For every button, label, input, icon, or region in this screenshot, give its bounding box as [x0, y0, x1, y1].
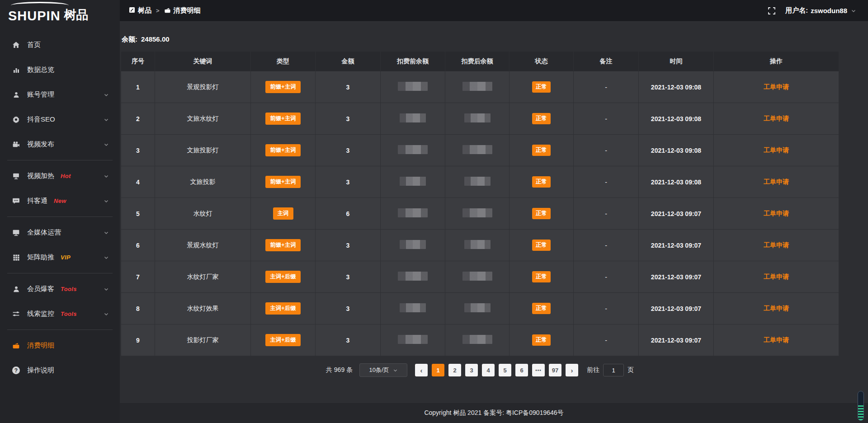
status-badge: 正常	[532, 240, 551, 251]
sidebar-item-tag: VIP	[61, 254, 71, 261]
sidebar-item-label: 抖音SEO	[27, 115, 55, 124]
last-page-button[interactable]: 97	[549, 364, 561, 376]
user-icon	[12, 91, 20, 99]
sidebar-item-member[interactable]: 会员爆客Tools	[0, 277, 120, 301]
amount-cell: 3	[316, 230, 381, 261]
type-cell: 主词+后缀	[251, 293, 316, 324]
action-cell: 工单申请	[714, 71, 839, 103]
page-button-5[interactable]: 5	[499, 364, 511, 376]
monitor-icon	[12, 229, 20, 236]
page-button-6[interactable]: 6	[515, 364, 528, 376]
balance-after-cell	[445, 135, 509, 166]
chevron-down-icon	[104, 287, 109, 292]
sidebar-item-tag: Hot	[61, 173, 71, 179]
row-index: 7	[121, 261, 155, 293]
status-cell: 正常	[509, 293, 574, 324]
sidebar-item-sliders[interactable]: 线索监控Tools	[0, 301, 120, 326]
column-header: 备注	[574, 52, 639, 71]
page-ellipsis-button[interactable]: •••	[532, 364, 545, 376]
sidebar-item-chat-bubble[interactable]: 抖客通New	[0, 188, 120, 213]
status-cell: 正常	[509, 324, 574, 356]
row-index: 1	[121, 71, 155, 103]
fullscreen-icon[interactable]	[768, 7, 775, 14]
time-cell: 2021-12-03 09:08	[639, 71, 714, 103]
remark-cell: -	[574, 293, 639, 324]
status-badge: 正常	[532, 271, 551, 282]
consumption-table: 序号关键词类型金额扣费前余额扣费后余额状态备注时间操作 1景观投影灯前缀+主词3…	[121, 51, 839, 356]
table-body: 1景观投影灯前缀+主词3正常-2021-12-03 09:08工单申请2文旅水纹…	[121, 71, 839, 356]
redacted-balance	[398, 272, 428, 281]
sidebar-item-label: 全媒体运营	[27, 228, 61, 237]
redacted-balance	[400, 113, 426, 122]
redacted-balance	[462, 145, 492, 154]
work-order-link[interactable]: 工单申请	[764, 83, 789, 90]
bar-chart-icon	[12, 66, 20, 74]
redacted-balance	[398, 208, 428, 217]
page-button-4[interactable]: 4	[482, 364, 495, 376]
redacted-balance	[398, 82, 428, 91]
sidebar-item-heat-screen[interactable]: 视频加热Hot	[0, 164, 120, 188]
prev-page-button[interactable]: ‹	[415, 364, 428, 376]
chevron-down-icon	[104, 198, 109, 204]
remark-cell: -	[574, 324, 639, 356]
redacted-balance	[398, 335, 428, 344]
table-row: 4文旅投影前缀+主词3正常-2021-12-03 09:08工单申请	[121, 166, 839, 198]
pagination-bar: 共 969 条 10条/页 ‹ 123456 ••• 97 › 前往 页	[121, 363, 839, 377]
balance-after-cell	[445, 261, 509, 293]
topbar-right: 用户名: zswodun88	[768, 6, 856, 15]
sidebar-item-user[interactable]: 账号管理	[0, 82, 120, 107]
keyword-cell: 水纹灯	[155, 198, 251, 230]
breadcrumb-item-current[interactable]: 消费明细	[164, 6, 201, 15]
time-cell: 2021-12-03 09:08	[639, 103, 714, 135]
column-header: 类型	[251, 52, 316, 71]
sidebar-divider	[7, 329, 113, 330]
work-order-link[interactable]: 工单申请	[764, 146, 789, 154]
sidebar-item-gear[interactable]: 抖音SEO	[0, 107, 120, 132]
sidebar-item-grid[interactable]: 矩阵助推VIP	[0, 245, 120, 270]
column-header: 金额	[316, 52, 381, 71]
work-order-link[interactable]: 工单申请	[764, 336, 789, 343]
app-logo[interactable]: SHUPIN 树品	[0, 0, 120, 26]
column-header: 时间	[639, 52, 714, 71]
time-cell: 2021-12-03 09:07	[639, 293, 714, 324]
row-index: 6	[121, 230, 155, 261]
work-order-link[interactable]: 工单申请	[764, 305, 789, 312]
work-order-link[interactable]: 工单申请	[764, 273, 789, 280]
redacted-balance	[464, 303, 491, 312]
goto-page-input[interactable]	[603, 364, 624, 376]
remark-cell: -	[574, 230, 639, 261]
breadcrumb: 树品 > 消费明细	[129, 6, 201, 15]
edit-doc-icon	[129, 7, 135, 14]
remark-cell: -	[574, 166, 639, 198]
work-order-link[interactable]: 工单申请	[764, 115, 789, 122]
keyword-cell: 景观投影灯	[155, 71, 251, 103]
page-button-3[interactable]: 3	[465, 364, 478, 376]
user-menu[interactable]: 用户名: zswodun88	[785, 6, 856, 15]
sidebar-item-question[interactable]: ?操作说明	[0, 358, 120, 383]
sidebar-item-wallet[interactable]: 消费明细	[0, 333, 120, 358]
work-order-link[interactable]: 工单申请	[764, 178, 789, 185]
page-button-2[interactable]: 2	[448, 364, 461, 376]
sidebar-item-monitor[interactable]: 全媒体运营	[0, 220, 120, 245]
table-row: 5水纹灯主词6正常-2021-12-03 09:07工单申请	[121, 198, 839, 230]
keyword-cell: 文旅投影	[155, 166, 251, 198]
goto-suffix: 页	[627, 366, 634, 374]
sidebar-item-label: 视频发布	[27, 140, 54, 149]
sidebar-divider	[7, 216, 113, 217]
sidebar-item-bar-chart[interactable]: 数据总览	[0, 57, 120, 82]
row-index: 9	[121, 324, 155, 356]
action-cell: 工单申请	[714, 198, 839, 230]
next-page-button[interactable]: ›	[566, 364, 578, 376]
work-order-link[interactable]: 工单申请	[764, 241, 789, 249]
page-button-1[interactable]: 1	[432, 364, 444, 376]
sidebar-item-video-camera[interactable]: 视频发布	[0, 132, 120, 157]
work-order-link[interactable]: 工单申请	[764, 210, 789, 217]
page-size-select[interactable]: 10条/页	[359, 363, 407, 377]
balance-after-cell	[445, 103, 509, 135]
amount-cell: 3	[316, 293, 381, 324]
chevron-down-icon	[104, 92, 109, 98]
chevron-down-icon	[851, 8, 856, 14]
sidebar-item-home[interactable]: 首页	[0, 33, 120, 57]
column-header: 扣费前余额	[381, 52, 445, 71]
breadcrumb-item-home[interactable]: 树品	[129, 6, 151, 15]
